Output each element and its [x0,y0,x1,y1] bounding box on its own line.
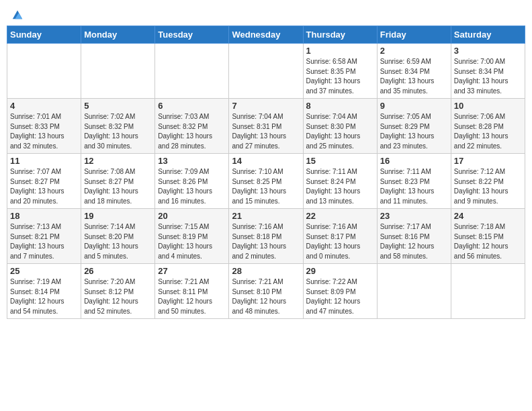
calendar-day-cell: 22Sunrise: 7:16 AM Sunset: 8:17 PM Dayli… [303,209,377,264]
day-number: 18 [10,211,78,221]
day-info: Sunrise: 7:16 AM Sunset: 8:17 PM Dayligh… [306,222,374,261]
calendar-day-cell: 16Sunrise: 7:11 AM Sunset: 8:23 PM Dayli… [377,154,451,209]
calendar-day-cell: 3Sunrise: 7:00 AM Sunset: 8:34 PM Daylig… [451,44,525,99]
day-info: Sunrise: 7:04 AM Sunset: 8:30 PM Dayligh… [306,112,374,151]
day-number: 10 [454,101,522,111]
day-info: Sunrise: 7:10 AM Sunset: 8:25 PM Dayligh… [232,167,300,206]
day-number: 25 [10,266,78,276]
calendar-day-cell: 17Sunrise: 7:12 AM Sunset: 8:22 PM Dayli… [451,154,525,209]
calendar-day-cell [377,264,451,319]
day-info: Sunrise: 7:04 AM Sunset: 8:31 PM Dayligh… [232,112,300,151]
calendar-table: SundayMondayTuesdayWednesdayThursdayFrid… [7,26,525,319]
day-number: 9 [380,101,448,111]
day-number: 19 [84,211,152,221]
calendar-week-row: 1Sunrise: 6:58 AM Sunset: 8:35 PM Daylig… [7,44,525,99]
calendar-day-cell: 1Sunrise: 6:58 AM Sunset: 8:35 PM Daylig… [303,44,377,99]
day-info: Sunrise: 7:00 AM Sunset: 8:34 PM Dayligh… [454,57,522,96]
day-number: 27 [158,266,226,276]
day-of-week-header: Sunday [7,26,81,44]
day-number: 3 [454,46,522,56]
calendar-header-row: SundayMondayTuesdayWednesdayThursdayFrid… [7,26,525,44]
calendar-day-cell: 2Sunrise: 6:59 AM Sunset: 8:34 PM Daylig… [377,44,451,99]
calendar-day-cell [229,44,303,99]
day-info: Sunrise: 7:15 AM Sunset: 8:19 PM Dayligh… [158,222,226,261]
calendar-day-cell: 21Sunrise: 7:16 AM Sunset: 8:18 PM Dayli… [229,209,303,264]
calendar-day-cell: 18Sunrise: 7:13 AM Sunset: 8:21 PM Dayli… [7,209,81,264]
calendar-day-cell [451,264,525,319]
day-info: Sunrise: 7:03 AM Sunset: 8:32 PM Dayligh… [158,112,226,151]
day-number: 4 [10,101,78,111]
calendar-day-cell: 6Sunrise: 7:03 AM Sunset: 8:32 PM Daylig… [155,99,229,154]
day-info: Sunrise: 7:09 AM Sunset: 8:26 PM Dayligh… [158,167,226,206]
day-info: Sunrise: 7:05 AM Sunset: 8:29 PM Dayligh… [380,112,448,151]
day-number: 29 [306,266,374,276]
calendar-day-cell: 5Sunrise: 7:02 AM Sunset: 8:32 PM Daylig… [81,99,155,154]
calendar-day-cell: 19Sunrise: 7:14 AM Sunset: 8:20 PM Dayli… [81,209,155,264]
calendar-day-cell: 11Sunrise: 7:07 AM Sunset: 8:27 PM Dayli… [7,154,81,209]
day-number: 22 [306,211,374,221]
day-info: Sunrise: 7:11 AM Sunset: 8:24 PM Dayligh… [306,167,374,206]
day-number: 2 [380,46,448,56]
calendar-day-cell: 23Sunrise: 7:17 AM Sunset: 8:16 PM Dayli… [377,209,451,264]
day-info: Sunrise: 7:11 AM Sunset: 8:23 PM Dayligh… [380,167,448,206]
day-number: 8 [306,101,374,111]
day-info: Sunrise: 6:58 AM Sunset: 8:35 PM Dayligh… [306,57,374,96]
day-info: Sunrise: 7:18 AM Sunset: 8:15 PM Dayligh… [454,222,522,261]
calendar-week-row: 25Sunrise: 7:19 AM Sunset: 8:14 PM Dayli… [7,264,525,319]
day-info: Sunrise: 7:13 AM Sunset: 8:21 PM Dayligh… [10,222,78,261]
day-number: 13 [158,156,226,166]
day-number: 16 [380,156,448,166]
day-of-week-header: Thursday [303,26,377,44]
day-number: 20 [158,211,226,221]
page-header [7,7,525,21]
calendar-day-cell: 28Sunrise: 7:21 AM Sunset: 8:10 PM Dayli… [229,264,303,319]
calendar-day-cell: 4Sunrise: 7:01 AM Sunset: 8:33 PM Daylig… [7,99,81,154]
calendar-day-cell: 12Sunrise: 7:08 AM Sunset: 8:27 PM Dayli… [81,154,155,209]
day-of-week-header: Monday [81,26,155,44]
day-info: Sunrise: 7:07 AM Sunset: 8:27 PM Dayligh… [10,167,78,206]
day-number: 7 [232,101,300,111]
calendar-day-cell: 14Sunrise: 7:10 AM Sunset: 8:25 PM Dayli… [229,154,303,209]
day-info: Sunrise: 7:22 AM Sunset: 8:09 PM Dayligh… [306,277,374,316]
calendar-day-cell [7,44,81,99]
calendar-week-row: 18Sunrise: 7:13 AM Sunset: 8:21 PM Dayli… [7,209,525,264]
logo [11,9,24,19]
day-info: Sunrise: 7:21 AM Sunset: 8:10 PM Dayligh… [232,277,300,316]
day-number: 24 [454,211,522,221]
calendar-day-cell: 29Sunrise: 7:22 AM Sunset: 8:09 PM Dayli… [303,264,377,319]
calendar-day-cell: 20Sunrise: 7:15 AM Sunset: 8:19 PM Dayli… [155,209,229,264]
calendar-day-cell: 15Sunrise: 7:11 AM Sunset: 8:24 PM Dayli… [303,154,377,209]
day-number: 12 [84,156,152,166]
day-number: 28 [232,266,300,276]
calendar-day-cell: 13Sunrise: 7:09 AM Sunset: 8:26 PM Dayli… [155,154,229,209]
day-number: 14 [232,156,300,166]
day-info: Sunrise: 6:59 AM Sunset: 8:34 PM Dayligh… [380,57,448,96]
day-number: 1 [306,46,374,56]
day-number: 15 [306,156,374,166]
calendar-week-row: 11Sunrise: 7:07 AM Sunset: 8:27 PM Dayli… [7,154,525,209]
calendar-day-cell: 8Sunrise: 7:04 AM Sunset: 8:30 PM Daylig… [303,99,377,154]
calendar-day-cell [155,44,229,99]
day-info: Sunrise: 7:02 AM Sunset: 8:32 PM Dayligh… [84,112,152,151]
day-number: 21 [232,211,300,221]
calendar-day-cell: 25Sunrise: 7:19 AM Sunset: 8:14 PM Dayli… [7,264,81,319]
day-info: Sunrise: 7:01 AM Sunset: 8:33 PM Dayligh… [10,112,78,151]
day-info: Sunrise: 7:21 AM Sunset: 8:11 PM Dayligh… [158,277,226,316]
calendar-day-cell [81,44,155,99]
calendar-day-cell: 24Sunrise: 7:18 AM Sunset: 8:15 PM Dayli… [451,209,525,264]
day-of-week-header: Friday [377,26,451,44]
calendar-day-cell: 7Sunrise: 7:04 AM Sunset: 8:31 PM Daylig… [229,99,303,154]
day-info: Sunrise: 7:12 AM Sunset: 8:22 PM Dayligh… [454,167,522,206]
day-number: 26 [84,266,152,276]
day-number: 23 [380,211,448,221]
day-of-week-header: Saturday [451,26,525,44]
calendar-day-cell: 26Sunrise: 7:20 AM Sunset: 8:12 PM Dayli… [81,264,155,319]
calendar-day-cell: 9Sunrise: 7:05 AM Sunset: 8:29 PM Daylig… [377,99,451,154]
day-number: 6 [158,101,226,111]
calendar-day-cell: 10Sunrise: 7:06 AM Sunset: 8:28 PM Dayli… [451,99,525,154]
day-info: Sunrise: 7:06 AM Sunset: 8:28 PM Dayligh… [454,112,522,151]
calendar-day-cell: 27Sunrise: 7:21 AM Sunset: 8:11 PM Dayli… [155,264,229,319]
day-info: Sunrise: 7:08 AM Sunset: 8:27 PM Dayligh… [84,167,152,206]
day-number: 11 [10,156,78,166]
day-of-week-header: Wednesday [229,26,303,44]
